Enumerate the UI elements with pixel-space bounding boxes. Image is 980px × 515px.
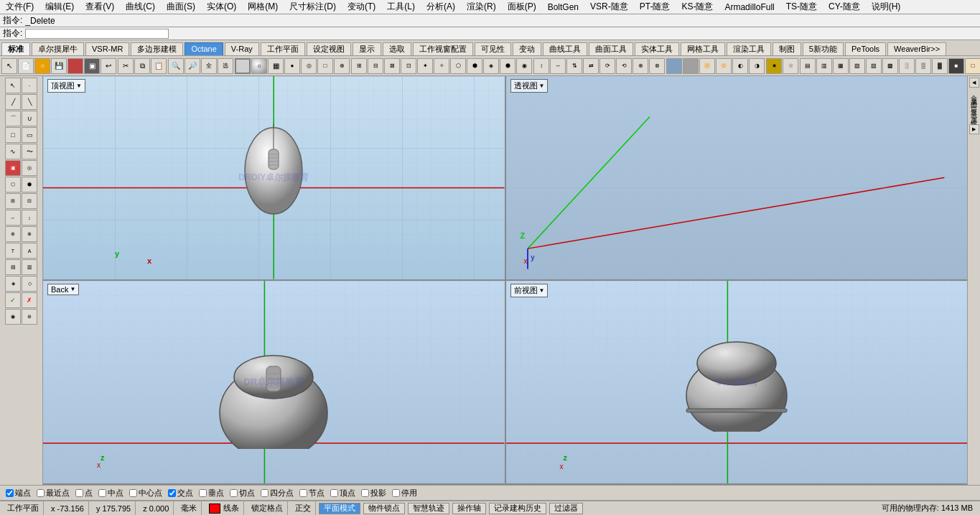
lt-cancel[interactable]: ✗	[22, 292, 37, 308]
tb-render[interactable]: ▦	[268, 58, 284, 74]
tb-pt3[interactable]: □	[317, 58, 333, 74]
tb-open[interactable]: ○	[34, 58, 50, 74]
snap-disable[interactable]: 停用	[392, 488, 417, 498]
lt-solid1[interactable]: ⬡	[5, 177, 21, 192]
menu-tools[interactable]: 工具(L)	[384, 1, 418, 13]
tb-select-arrow[interactable]: ↖	[1, 58, 17, 74]
status-smart-track[interactable]: 智慧轨迹	[408, 503, 449, 514]
tb-pt1[interactable]: ●	[284, 58, 300, 74]
lt-surface2[interactable]: ◎	[22, 160, 37, 176]
snap-center[interactable]: 中心点	[129, 488, 162, 498]
menu-ts[interactable]: TS-随意	[783, 1, 820, 13]
rp-label-shu2[interactable]: 属	[969, 110, 979, 113]
menu-file[interactable]: 文件(F)	[3, 1, 37, 13]
lt-t2[interactable]: A	[22, 243, 37, 259]
tb-pt2[interactable]: ◎	[301, 58, 317, 74]
tb-d2[interactable]	[683, 58, 699, 74]
tb-b8[interactable]: ⬢	[467, 58, 482, 74]
lt-t4[interactable]: ▥	[22, 259, 37, 275]
snap-knot-check[interactable]	[299, 489, 307, 497]
tb-d5[interactable]: ◐	[732, 58, 748, 74]
vp-top-label[interactable]: 顶视图 ▼	[47, 79, 85, 93]
tb-print[interactable]: ▣	[84, 58, 100, 74]
lt-t3[interactable]: ▤	[5, 259, 21, 275]
rp-label-shi[interactable]: 示	[969, 106, 979, 109]
menu-render[interactable]: 渲染(R)	[464, 1, 499, 13]
snap-tan-check[interactable]	[230, 489, 238, 497]
menu-pt[interactable]: PT-随意	[637, 1, 673, 13]
lt-dim2[interactable]: ↕	[22, 210, 37, 226]
tb-d3[interactable]: 🔆	[699, 58, 715, 74]
status-flat-mode[interactable]: 平面模式	[319, 503, 360, 514]
menu-dim[interactable]: 尺寸标注(D)	[286, 1, 339, 13]
lt-curve1[interactable]: ∿	[5, 144, 21, 159]
tab-polygon[interactable]: 多边形建模	[131, 42, 183, 55]
rp-label-xian[interactable]: 显	[969, 103, 979, 106]
tb-b1[interactable]: ⊞	[351, 58, 367, 74]
menu-vsr[interactable]: VSR-随意	[587, 1, 631, 13]
tb-c5[interactable]: ⟳	[599, 58, 615, 74]
tab-octane[interactable]: Octane	[185, 42, 223, 55]
lt-solid2[interactable]: ⬢	[22, 177, 37, 192]
tab-render-tools[interactable]: 渲染工具	[727, 42, 771, 55]
menu-solid[interactable]: 实体(O)	[204, 1, 239, 13]
tb-f2[interactable]: ▥	[816, 58, 832, 74]
snap-nearest-check[interactable]	[37, 489, 45, 497]
tab-new5[interactable]: 5新功能	[803, 42, 844, 55]
viewport-front[interactable]: z x 前视图 ▼	[506, 281, 968, 484]
snap-endpoint-check[interactable]	[6, 489, 14, 497]
tb-b9[interactable]: ◈	[483, 58, 499, 74]
lt-extra1[interactable]: ◉	[5, 309, 21, 325]
tab-visibility[interactable]: 可见性	[475, 42, 511, 55]
lt-point[interactable]: ·	[22, 78, 37, 93]
tab-transform[interactable]: 变动	[513, 42, 541, 55]
rp-label-ceng[interactable]: 层	[969, 99, 979, 102]
viewport-persp[interactable]: Z x y 透视图 ▼	[506, 76, 968, 279]
tb-b2[interactable]: ⊟	[368, 58, 383, 74]
tab-vray[interactable]: V-Ray	[225, 42, 259, 55]
tab-select[interactable]: 选取	[383, 42, 411, 55]
tb-d1[interactable]	[666, 58, 682, 74]
tb-c2[interactable]: ↔	[550, 58, 566, 74]
tb-f4[interactable]: ▧	[849, 58, 865, 74]
snap-quad-check[interactable]	[261, 489, 269, 497]
lt-line2[interactable]: ╲	[22, 94, 37, 110]
tb-b4[interactable]: ⊡	[401, 58, 416, 74]
snap-quad[interactable]: 四分点	[261, 488, 294, 498]
menu-analyze[interactable]: 分析(A)	[424, 1, 458, 13]
rp-label-jin[interactable]: 金	[969, 88, 979, 91]
status-obj-snap[interactable]: 物件锁点	[363, 503, 405, 514]
snap-intersect-check[interactable]	[168, 489, 176, 497]
rp-label-xing[interactable]: 性	[969, 113, 979, 116]
tb-e2[interactable]: ☆	[783, 58, 798, 74]
menu-view[interactable]: 查看(V)	[83, 1, 117, 13]
lt-rect1[interactable]: □	[5, 127, 21, 143]
menu-cy[interactable]: CY-随意	[826, 1, 863, 13]
tb-f11[interactable]: □	[965, 58, 980, 74]
viewport-top[interactable]: y x 顶视图 ▼	[43, 76, 505, 279]
lt-mesh2[interactable]: ⊟	[22, 193, 37, 209]
tb-f9[interactable]: ▓	[932, 58, 948, 74]
tb-b10[interactable]: ⬣	[500, 58, 515, 74]
tab-zhuoer[interactable]: 卓尔摸犀牛	[32, 42, 84, 55]
rp-collapse[interactable]: ◀	[969, 78, 979, 88]
lt-t1[interactable]: T	[5, 243, 21, 259]
snap-point[interactable]: 点	[75, 488, 93, 498]
tb-b5[interactable]: ✦	[417, 58, 433, 74]
menu-boltgen[interactable]: BoltGen	[545, 2, 582, 12]
tab-mesh-tools[interactable]: 网格工具	[681, 42, 725, 55]
tb-f10[interactable]: ■	[948, 58, 964, 74]
vp-front-label[interactable]: 前视图 ▼	[510, 284, 549, 297]
lt-line1[interactable]: ╱	[5, 94, 21, 110]
tab-setview[interactable]: 设定视图	[307, 42, 351, 55]
tb-b3[interactable]: ⊠	[384, 58, 400, 74]
snap-center-check[interactable]	[129, 489, 137, 497]
snap-nearest[interactable]: 最近点	[37, 488, 70, 498]
status-op-axis[interactable]: 操作轴	[452, 503, 486, 514]
status-filter[interactable]: 过滤器	[549, 503, 583, 514]
lt-rect2[interactable]: ▭	[22, 127, 37, 143]
lt-snap1[interactable]: ⊕	[5, 226, 21, 242]
tb-f8[interactable]: ▒	[915, 58, 931, 74]
tb-d4[interactable]: 🔅	[716, 58, 732, 74]
tb-f7[interactable]: ░	[899, 58, 915, 74]
